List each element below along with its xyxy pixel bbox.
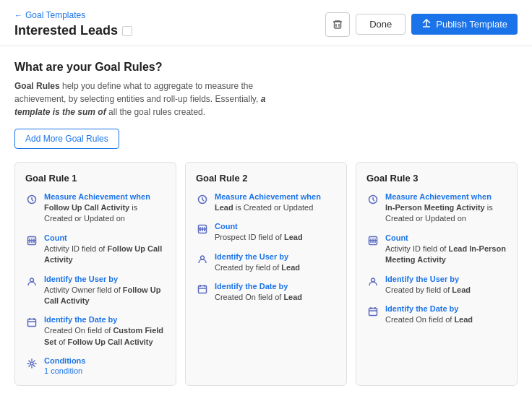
clock-icon-2 [196,193,209,206]
date-value-2: Created On field of Lead [215,292,302,303]
content: What are your Goal Rules? Goal Rules hel… [0,46,532,400]
date-label-1: Identify the Date by [44,315,166,324]
user-label-1: Identify the User by [44,275,166,283]
rule-content-date-3: Identify the Date by Created On field of… [385,304,473,325]
desc-text-2: all the goal rules created. [106,107,205,117]
rule-content-count-3: Count Activity ID field of Lead In-Perso… [385,233,507,266]
conditions-label-1: Conditions [44,356,85,365]
rule-item-date-2: Identify the Date by Created On field of… [196,282,336,303]
rule-content-user-3: Identify the User by Created by field of… [385,275,471,296]
rule-content-measure-1: Measure Achievement when Follow Up Call … [44,192,166,225]
count-icon-1 [25,234,38,247]
rule-item-date-3: Identify the Date by Created On field of… [366,304,507,325]
rule-content-count-1: Count Activity ID field of Follow Up Cal… [44,233,166,266]
page-wrapper: ← Goal Templates Interested Leads Done [0,0,532,404]
rule-content-date-2: Identify the Date by Created On field of… [215,282,302,303]
trash-icon [332,20,343,30]
rule-item-measure-1: Measure Achievement when Follow Up Call … [25,192,166,225]
rule-content-date-1: Identify the Date by Created On field of… [44,315,166,348]
date-label-3: Identify the Date by [385,304,473,313]
rule-content-user-2: Identify the User by Created by field of… [215,252,300,273]
count-label-3: Count [385,233,507,242]
user-icon-2 [196,253,209,266]
rule-item-user-2: Identify the User by Created by field of… [196,252,336,273]
rule-item-count-1: Count Activity ID field of Follow Up Cal… [25,233,166,266]
page-title: Interested Leads [14,23,132,38]
rule-item-conditions-1: Conditions 1 condition [25,356,166,375]
add-rule-button[interactable]: Add More Goal Rules [14,129,119,149]
delete-button[interactable] [325,12,350,37]
clock-icon-3 [366,193,379,206]
conditions-icon-1 [25,357,38,370]
date-value-3: Created On field of Lead [385,314,473,325]
rule-content-measure-2: Measure Achievement when Lead is Created… [215,192,321,213]
measure-value-3: In-Person Meeting Activity is Created or… [385,202,507,225]
rule-item-user-1: Identify the User by Activity Owner fiel… [25,275,166,307]
date-label-2: Identify the Date by [215,282,302,291]
user-icon-1 [25,275,38,288]
rule-content-measure-3: Measure Achievement when In-Person Meeti… [385,192,507,225]
page-title-text: Interested Leads [14,23,118,38]
count-label-2: Count [215,222,303,231]
header-right: Done Publish Template [325,12,518,37]
title-edit-icon[interactable] [122,26,132,36]
rule-content-conditions-1: Conditions 1 condition [44,356,85,375]
svg-rect-24 [199,286,207,293]
header-left: ← Goal Templates Interested Leads [14,10,132,38]
rule-item-user-3: Identify the User by Created by field of… [366,275,507,296]
user-value-1: Activity Owner field of Follow Up Call A… [44,285,166,307]
count-icon-2 [196,223,209,236]
count-value-2: Prospect ID field of Lead [215,232,303,243]
date-icon-2 [196,283,209,296]
publish-button[interactable]: Publish Template [411,14,518,35]
back-link-label: Goal Templates [25,10,85,20]
user-value-3: Created by field of Lead [385,285,471,296]
done-button[interactable]: Done [356,14,406,35]
condition-link-1[interactable]: 1 condition [44,366,85,375]
date-value-1: Created On field of Custom Field Set of … [44,325,166,348]
count-label-1: Count [44,233,166,242]
svg-rect-0 [335,22,341,28]
rule-card-2-title: Goal Rule 2 [196,173,336,184]
header: ← Goal Templates Interested Leads Done [0,0,532,46]
section-desc: Goal Rules help you define what to aggre… [14,79,289,119]
svg-rect-35 [369,308,377,315]
back-link[interactable]: ← Goal Templates [14,10,132,20]
rule-item-date-1: Identify the Date by Created On field of… [25,315,166,348]
svg-point-16 [30,362,33,365]
user-label-2: Identify the User by [215,252,300,261]
date-icon-1 [25,316,38,329]
rule-content-user-1: Identify the User by Activity Owner fiel… [44,275,166,307]
count-value-3: Activity ID field of Lead In-Person Meet… [385,244,507,266]
rule-item-measure-2: Measure Achievement when Lead is Created… [196,192,336,213]
count-icon-3 [366,234,379,247]
rule-card-3: Goal Rule 3 Measure Achievement when In-… [356,162,518,386]
rule-content-count-2: Count Prospect ID field of Lead [215,222,303,243]
publish-button-label: Publish Template [436,19,507,30]
publish-icon [421,18,432,30]
svg-rect-12 [28,319,36,327]
rule-card-1: Goal Rule 1 Measure Achievement when Fol… [14,162,176,386]
measure-value-2: Lead is Created or Updated [215,202,321,213]
measure-value-1: Follow Up Call Activity is Created or Up… [44,202,166,225]
rule-card-3-title: Goal Rule 3 [366,173,507,184]
rule-item-measure-3: Measure Achievement when In-Person Meeti… [366,192,507,225]
back-arrow-icon: ← [14,11,22,20]
rule-card-2: Goal Rule 2 Measure Achievement when Lea… [185,162,347,386]
rule-card-1-title: Goal Rule 1 [25,173,166,184]
rule-item-count-2: Count Prospect ID field of Lead [196,222,336,243]
count-value-1: Activity ID field of Follow Up Call Acti… [44,244,166,266]
measure-label-1: Measure Achievement when [44,192,166,201]
user-value-2: Created by field of Lead [215,262,300,273]
date-icon-3 [366,305,379,318]
user-label-3: Identify the User by [385,275,471,283]
rule-item-count-3: Count Activity ID field of Lead In-Perso… [366,233,507,266]
clock-icon-1 [25,193,38,206]
desc-bold-1: Goal Rules [14,81,60,91]
measure-label-3: Measure Achievement when [385,192,507,201]
section-title: What are your Goal Rules? [14,61,518,74]
rules-grid: Goal Rule 1 Measure Achievement when Fol… [14,162,518,386]
user-icon-3 [366,275,379,288]
measure-label-2: Measure Achievement when [215,192,321,201]
